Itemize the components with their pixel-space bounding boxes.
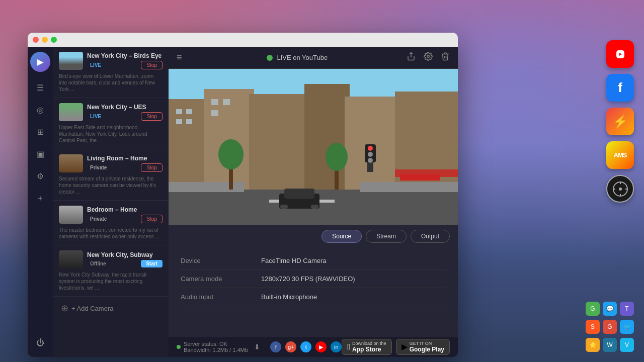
monitor-icon: ▣ [37, 149, 44, 159]
mini-icon-chat[interactable]: 💬 [603, 302, 617, 316]
video-frame [169, 69, 458, 225]
camera-item-1[interactable]: New York City – Birds Eye LIVE Stop Bird… [53, 47, 169, 98]
app-store-badge[interactable]:  Download on the App Store [342, 339, 391, 355]
ams-app-icon[interactable]: AMS [606, 141, 634, 169]
svg-rect-32 [280, 205, 288, 209]
social-linkedin[interactable]: in [331, 341, 342, 352]
tab-stream[interactable]: Stream [366, 230, 407, 243]
sidebar-item-map[interactable]: ◎ [31, 101, 49, 119]
device-value: FaceTime HD Camera [261, 257, 327, 264]
mini-icons-row-3: ⭐ W V [586, 338, 634, 352]
camera-mode-value: 644x362 30 FPS (RAWVIDEO) [261, 275, 355, 283]
mini-icon-wp[interactable]: ⭐ [586, 338, 600, 352]
stop-button-4[interactable]: Stop [141, 215, 163, 223]
google-play-icon: ▶ [401, 342, 408, 351]
bandwidth-text: Bandwidth: 1.2Mb / 1.4Mb [184, 347, 248, 353]
server-status: Server status: OK Bandwidth: 1.2Mb / 1.4… [177, 341, 270, 353]
tab-row: Source Stream Output [169, 225, 458, 248]
top-bar: ≡ LIVE on YouTube [169, 47, 458, 69]
mini-icon-t[interactable]: T [620, 302, 634, 316]
app-window: ▶ ☰ ◎ ⊞ ▣ ⚙ ＋ ⏻ [28, 33, 458, 357]
social-twitter[interactable]: t [300, 341, 311, 352]
mini-icon-w[interactable]: W [603, 338, 617, 352]
camera-item-2[interactable]: New York City – UES LIVE Stop Upper East… [53, 98, 169, 149]
facebook-app-icon[interactable]: f [606, 74, 634, 102]
camera-item-3[interactable]: Living Room – Home Private Stop Secured … [53, 149, 169, 201]
svg-rect-10 [186, 109, 192, 114]
sidebar-item-add[interactable]: ＋ [31, 189, 49, 207]
svg-rect-11 [176, 119, 182, 124]
svg-rect-14 [223, 99, 230, 105]
menu-icon[interactable]: ≡ [177, 52, 182, 63]
youtube-app-icon[interactable] [606, 40, 634, 68]
svg-point-24 [326, 143, 348, 171]
camera-thumb-bedroom [59, 206, 83, 224]
camera-mode-label: Camera mode [181, 275, 261, 283]
camera-thumb-nyc-birds [59, 52, 83, 70]
minimize-button[interactable] [42, 37, 48, 43]
mini-icons-row-2: S G 🐦 [586, 320, 634, 334]
camera-thumb-living [59, 154, 83, 172]
mini-icon-tw[interactable]: 🐦 [620, 320, 634, 334]
stop-button-2[interactable]: Stop [141, 112, 163, 121]
camera-desc-4: The master bedroom, connected to my list… [59, 227, 163, 240]
tab-source[interactable]: Source [321, 230, 362, 243]
svg-rect-15 [211, 110, 218, 116]
close-button[interactable] [33, 37, 39, 43]
audio-input-label: Audio input [181, 293, 261, 301]
sidebar-item-monitor[interactable]: ▣ [31, 145, 49, 163]
status-badge-2: LIVE [87, 113, 104, 120]
maximize-button[interactable] [51, 37, 57, 43]
camera-desc-3: Secured stream of a private residence, t… [59, 175, 163, 195]
live-dot [267, 55, 273, 61]
mini-icon-g[interactable]: G [586, 302, 600, 316]
camera-thumb-subway [59, 250, 83, 268]
apple-icon:  [347, 342, 350, 351]
thunder-app-icon[interactable]: ⚡ [606, 108, 634, 135]
stop-button-3[interactable]: Stop [141, 163, 163, 172]
svg-point-38 [619, 188, 622, 191]
main-area: ≡ LIVE on YouTube [169, 47, 458, 357]
social-google-plus[interactable]: g+ [285, 341, 296, 352]
status-dot [177, 345, 181, 349]
s5-app-icon[interactable] [606, 175, 634, 203]
live-indicator: LIVE on YouTube [267, 54, 328, 61]
svg-rect-9 [176, 109, 182, 114]
mini-icon-v[interactable]: V [620, 338, 634, 352]
add-camera-button[interactable]: ⊕ + Add Camera [53, 297, 169, 320]
social-youtube[interactable]: ▶ [315, 341, 327, 352]
settings-button[interactable] [424, 52, 433, 63]
play-icon: ▶ [37, 56, 44, 67]
top-actions [407, 52, 450, 63]
stop-button-1[interactable]: Stop [141, 61, 163, 69]
delete-button[interactable] [441, 52, 450, 63]
share-button[interactable] [407, 52, 416, 63]
svg-rect-18 [360, 182, 458, 192]
sidebar-item-grid[interactable]: ⊞ [31, 123, 49, 141]
camera-list: New York City – Birds Eye LIVE Stop Bird… [53, 47, 169, 357]
add-icon: ＋ [36, 193, 44, 204]
sidebar-item-channels[interactable]: ☰ [31, 78, 49, 97]
start-button-5[interactable]: Start [141, 260, 163, 267]
camera-name-2: New York City – UES [87, 104, 163, 111]
mini-icon-g2[interactable]: G [603, 320, 617, 334]
mini-icon-s[interactable]: S [586, 320, 600, 334]
google-play-badge[interactable]: ▶ GET IT ON Google Play [396, 339, 450, 355]
google-play-label2: Google Play [410, 346, 444, 353]
sidebar-item-settings[interactable]: ⚙ [31, 167, 49, 185]
social-facebook[interactable]: f [270, 341, 281, 352]
camera-item-4[interactable]: Bedroom – Home Private Stop The master b… [53, 201, 169, 245]
footer: Server status: OK Bandwidth: 1.2Mb / 1.4… [169, 337, 458, 357]
tab-output[interactable]: Output [411, 230, 450, 243]
sidebar-item-power[interactable]: ⏻ [31, 334, 49, 352]
svg-point-29 [368, 158, 373, 163]
svg-rect-31 [284, 189, 314, 199]
sidebar-item-logo[interactable]: ▶ [30, 52, 50, 72]
bottom-right-apps: G 💬 T S G 🐦 ⭐ W V [586, 302, 634, 352]
title-bar [28, 33, 458, 47]
svg-rect-35 [395, 169, 458, 177]
sidebar: ▶ ☰ ◎ ⊞ ▣ ⚙ ＋ ⏻ [28, 47, 53, 357]
grid-icon: ⊞ [37, 127, 44, 137]
camera-item-5[interactable]: New York City, Subway Offline Start New … [53, 245, 169, 297]
power-icon: ⏻ [36, 338, 44, 347]
